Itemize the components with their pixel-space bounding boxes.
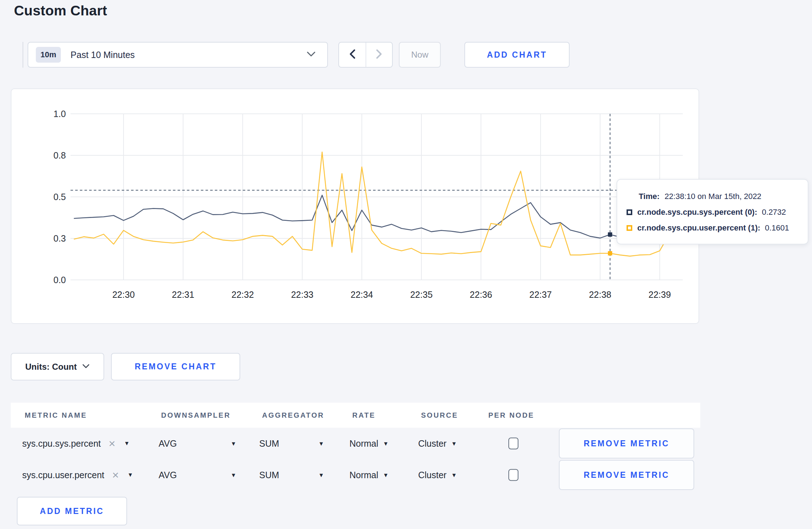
x-axis-tick-label: 22:36 (470, 290, 492, 300)
table-row: sys.cpu.sys.percent × ▼ AVG ▼ SUM ▼ Norm… (0, 428, 812, 459)
chevron-down-icon (306, 51, 316, 58)
x-axis-tick-label: 22:31 (172, 290, 194, 300)
rate-value: Normal (349, 470, 378, 480)
y-axis-tick-label: 0.5 (53, 192, 66, 202)
remove-chart-button[interactable]: REMOVE CHART (111, 353, 240, 380)
source-select[interactable]: Cluster ▼ (418, 438, 457, 449)
header-rate: RATE (352, 411, 376, 419)
per-node-checkbox[interactable] (508, 438, 518, 450)
x-axis-tick-label: 22:35 (410, 290, 433, 300)
caret-down-icon: ▼ (383, 440, 389, 447)
x-axis-tick-label: 22:30 (112, 290, 135, 300)
x-axis-tick-label: 22:37 (530, 290, 552, 300)
series-line (74, 152, 670, 256)
header-per-node: PER NODE (488, 411, 534, 419)
rate-select[interactable]: Normal ▼ (349, 470, 388, 480)
chevron-right-icon (376, 49, 382, 60)
time-range-picker[interactable]: 10m Past 10 Minutes (28, 42, 328, 68)
tooltip-series-user-value: 0.1601 (765, 223, 789, 233)
caret-down-icon[interactable]: ▼ (127, 472, 133, 478)
aggregator-select[interactable]: SUM ▼ (259, 470, 324, 480)
add-metric-button[interactable]: ADD METRIC (17, 497, 127, 525)
remove-metric-label: REMOVE METRIC (584, 439, 670, 448)
y-axis-tick-label: 0.8 (53, 150, 66, 160)
now-button-label: Now (411, 50, 428, 60)
table-row: sys.cpu.user.percent × ▼ AVG ▼ SUM ▼ Nor… (0, 459, 812, 491)
chart-panel: 0.00.30.50.81.022:3022:3122:3222:3322:34… (11, 88, 699, 324)
series-sys-swatch-icon (627, 209, 632, 215)
units-label: Units: Count (25, 362, 77, 372)
caret-down-icon: ▼ (318, 472, 324, 478)
source-value: Cluster (418, 470, 446, 480)
chevron-down-icon (82, 364, 90, 370)
remove-metric-label: REMOVE METRIC (584, 470, 670, 480)
crosshair-point (608, 232, 612, 237)
caret-down-icon: ▼ (318, 440, 324, 447)
x-axis-tick-label: 22:32 (232, 290, 254, 300)
aggregator-select[interactable]: SUM ▼ (259, 438, 324, 449)
time-nav-group (338, 42, 393, 68)
aggregator-value: SUM (259, 470, 279, 480)
x-axis-tick-label: 22:38 (589, 290, 612, 300)
crosshair-point (608, 251, 612, 256)
chevron-left-icon (349, 49, 356, 60)
header-metric-name: METRIC NAME (25, 411, 87, 419)
add-chart-button[interactable]: ADD CHART (464, 42, 570, 68)
time-range-label: Past 10 Minutes (71, 50, 135, 60)
clear-metric-icon[interactable]: × (112, 469, 119, 481)
caret-down-icon: ▼ (451, 440, 457, 447)
add-chart-label: ADD CHART (487, 50, 547, 60)
rate-select[interactable]: Normal ▼ (349, 438, 388, 449)
tooltip-series-sys-name: cr.node.sys.cpu.sys.percent (0): (637, 208, 757, 217)
units-dropdown[interactable]: Units: Count (11, 353, 104, 380)
downsampler-value: AVG (159, 470, 177, 480)
downsampler-value: AVG (159, 438, 177, 449)
cpu-usage-chart[interactable]: 0.00.30.50.81.022:3022:3122:3222:3322:34… (11, 89, 700, 325)
prev-range-button[interactable] (339, 43, 366, 67)
metric-name-select[interactable]: sys.cpu.sys.percent × ▼ (22, 438, 130, 449)
metric-name-value: sys.cpu.user.percent (22, 470, 104, 480)
caret-down-icon: ▼ (231, 472, 236, 478)
toolbar-separator (23, 42, 23, 68)
header-downsampler: DOWNSAMPLER (161, 411, 231, 419)
aggregator-value: SUM (259, 438, 279, 449)
time-range-badge: 10m (36, 47, 61, 63)
metric-name-select[interactable]: sys.cpu.user.percent × ▼ (22, 469, 133, 481)
add-metric-label: ADD METRIC (40, 506, 104, 516)
remove-chart-label: REMOVE CHART (135, 362, 217, 372)
series-line (74, 195, 670, 238)
x-axis-tick-label: 22:33 (291, 290, 314, 300)
custom-chart-page: { "page": { "title": "Custom Chart" }, "… (0, 0, 812, 529)
caret-down-icon: ▼ (383, 472, 389, 478)
tooltip-time-label: Time: (639, 192, 659, 201)
remove-metric-button[interactable]: REMOVE METRIC (559, 460, 694, 490)
source-value: Cluster (418, 438, 446, 449)
remove-metric-button[interactable]: REMOVE METRIC (559, 428, 694, 458)
x-axis-tick-label: 22:34 (351, 290, 373, 300)
caret-down-icon: ▼ (231, 440, 236, 447)
y-axis-tick-label: 0.0 (53, 275, 66, 285)
rate-value: Normal (349, 438, 378, 449)
source-select[interactable]: Cluster ▼ (418, 470, 457, 480)
metrics-table-header: METRIC NAME DOWNSAMPLER AGGREGATOR RATE … (11, 403, 700, 428)
tooltip-time-value: 22:38:10 on Mar 15th, 2022 (664, 192, 761, 201)
header-aggregator: AGGREGATOR (262, 411, 324, 419)
y-axis-tick-label: 0.3 (53, 233, 66, 243)
now-button[interactable]: Now (399, 42, 441, 68)
y-axis-tick-label: 1.0 (53, 109, 66, 119)
x-axis-tick-label: 22:39 (648, 290, 671, 300)
chart-tooltip: Time: 22:38:10 on Mar 15th, 2022 cr.node… (617, 179, 808, 244)
caret-down-icon: ▼ (451, 472, 457, 478)
clear-metric-icon[interactable]: × (109, 438, 116, 449)
page-title: Custom Chart (14, 3, 107, 19)
metric-name-value: sys.cpu.sys.percent (22, 438, 101, 449)
tooltip-series-sys-value: 0.2732 (762, 208, 786, 217)
header-source: SOURCE (421, 411, 458, 419)
series-user-swatch-icon (627, 225, 632, 231)
next-range-button[interactable] (366, 43, 392, 67)
downsampler-select[interactable]: AVG ▼ (159, 438, 236, 449)
per-node-checkbox[interactable] (508, 469, 518, 481)
tooltip-series-user-name: cr.node.sys.cpu.user.percent (1): (637, 223, 760, 233)
downsampler-select[interactable]: AVG ▼ (159, 470, 236, 480)
caret-down-icon[interactable]: ▼ (124, 440, 130, 447)
